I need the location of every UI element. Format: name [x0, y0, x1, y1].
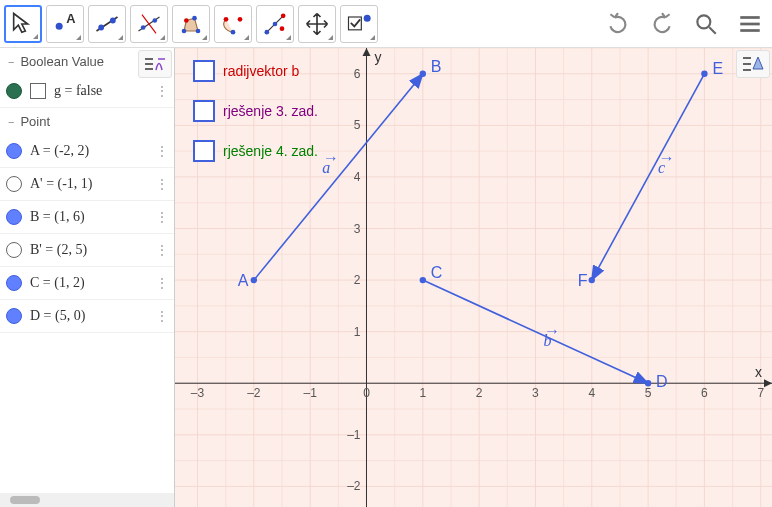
svg-point-107	[251, 277, 257, 283]
object-label: B' = (2, 5)	[30, 242, 148, 258]
alg-row-point[interactable]: B = (1, 6)⋮	[0, 201, 174, 234]
menu-dots-icon[interactable]: ⋮	[156, 276, 168, 290]
svg-point-115	[701, 71, 707, 77]
menu-dots-icon[interactable]: ⋮	[156, 84, 168, 98]
horizontal-scrollbar[interactable]	[0, 493, 174, 507]
object-label: D = (5, 0)	[30, 308, 148, 324]
svg-text:–1: –1	[347, 428, 361, 442]
tool-circle[interactable]	[214, 5, 252, 43]
svg-point-18	[265, 29, 270, 34]
checkbox-icon[interactable]	[193, 140, 215, 162]
plane-checkbox-2[interactable]: rješenje 4. zad.	[193, 140, 318, 162]
menu-dots-icon[interactable]: ⋮	[156, 243, 168, 257]
menu-dots-icon[interactable]: ⋮	[156, 177, 168, 191]
visibility-toggle[interactable]	[6, 143, 22, 159]
svg-text:6: 6	[354, 67, 361, 81]
svg-point-0	[56, 22, 63, 29]
tool-move-graphics[interactable]	[298, 5, 336, 43]
section-title: Boolean Value	[20, 54, 104, 69]
visibility-toggle[interactable]	[6, 209, 22, 225]
svg-text:D: D	[656, 373, 668, 390]
svg-text:→: →	[658, 149, 674, 166]
svg-marker-35	[753, 57, 763, 69]
visibility-toggle[interactable]	[6, 176, 22, 192]
alg-row-point[interactable]: A' = (-1, 1)⋮	[0, 168, 174, 201]
checkbox-icon[interactable]	[193, 100, 215, 122]
svg-text:y: y	[374, 49, 381, 65]
collapse-icon[interactable]: −	[8, 56, 14, 68]
svg-point-113	[645, 380, 651, 386]
svg-text:4: 4	[588, 386, 595, 400]
svg-point-111	[420, 277, 426, 283]
svg-text:3: 3	[354, 222, 361, 236]
tool-polygon[interactable]	[172, 5, 210, 43]
svg-point-14	[224, 17, 229, 22]
visibility-toggle[interactable]	[6, 308, 22, 324]
menu-icon[interactable]	[732, 6, 768, 42]
checkbox-label: rješenje 4. zad.	[223, 143, 318, 159]
visibility-toggle[interactable]	[6, 275, 22, 291]
search-icon[interactable]	[688, 6, 724, 42]
object-label: B = (1, 6)	[30, 209, 148, 225]
svg-text:1: 1	[419, 386, 426, 400]
svg-point-19	[273, 21, 278, 26]
tool-line[interactable]	[88, 5, 126, 43]
svg-text:–3: –3	[191, 386, 205, 400]
svg-text:F: F	[578, 272, 588, 289]
svg-text:A: A	[66, 10, 75, 25]
graphics-panel[interactable]: –3–2–101234567–2–1123456xya→b→c→ABCDEF r…	[175, 48, 772, 507]
visibility-toggle[interactable]	[6, 83, 22, 99]
redo-icon[interactable]	[644, 6, 680, 42]
svg-text:C: C	[431, 264, 443, 281]
svg-point-4	[110, 17, 116, 23]
svg-text:E: E	[712, 60, 723, 77]
svg-point-13	[184, 18, 189, 23]
svg-text:→: →	[543, 322, 559, 339]
svg-point-24	[697, 15, 710, 28]
svg-text:x: x	[755, 364, 762, 380]
checkbox-g[interactable]	[30, 83, 46, 99]
checkbox-icon[interactable]	[193, 60, 215, 82]
svg-point-15	[231, 29, 236, 34]
plane-checkbox-0[interactable]: radijvektor b	[193, 60, 299, 82]
tool-perp-line[interactable]	[130, 5, 168, 43]
undo-icon[interactable]	[600, 6, 636, 42]
alg-row-g[interactable]: g = false⋮	[0, 75, 174, 108]
tool-checkbox[interactable]	[340, 5, 378, 43]
svg-line-25	[709, 27, 716, 34]
svg-point-10	[182, 28, 187, 33]
svg-point-11	[196, 28, 201, 33]
plane-checkbox-1[interactable]: rješenje 3. zad.	[193, 100, 318, 122]
visibility-toggle[interactable]	[6, 242, 22, 258]
svg-text:3: 3	[532, 386, 539, 400]
object-label: C = (1, 2)	[30, 275, 148, 291]
section-point[interactable]: −Point	[0, 108, 174, 135]
tool-angle[interactable]	[256, 5, 294, 43]
alg-row-point[interactable]: A = (-2, 2)⋮	[0, 135, 174, 168]
collapse-icon[interactable]: −	[8, 116, 14, 128]
alg-row-point[interactable]: C = (1, 2)⋮	[0, 267, 174, 300]
alg-row-point[interactable]: D = (5, 0)⋮	[0, 300, 174, 333]
section-title: Point	[20, 114, 50, 129]
algebra-view-icon[interactable]	[138, 50, 172, 78]
graphics-style-icon[interactable]	[736, 50, 770, 78]
svg-text:A: A	[238, 272, 249, 289]
checkbox-label: radijvektor b	[223, 63, 299, 79]
svg-text:→: →	[322, 149, 338, 166]
svg-text:2: 2	[476, 386, 483, 400]
svg-text:5: 5	[645, 386, 652, 400]
tool-move[interactable]	[4, 5, 42, 43]
svg-point-109	[420, 71, 426, 77]
svg-text:–1: –1	[303, 386, 317, 400]
svg-text:4: 4	[354, 170, 361, 184]
tool-point[interactable]: A	[46, 5, 84, 43]
toolbar: A	[0, 0, 772, 48]
alg-row-point[interactable]: B' = (2, 5)⋮	[0, 234, 174, 267]
menu-dots-icon[interactable]: ⋮	[156, 210, 168, 224]
checkbox-label: rješenje 3. zad.	[223, 103, 318, 119]
object-label: A = (-2, 2)	[30, 143, 148, 159]
svg-point-20	[281, 13, 286, 18]
menu-dots-icon[interactable]: ⋮	[156, 309, 168, 323]
svg-point-23	[364, 14, 371, 21]
menu-dots-icon[interactable]: ⋮	[156, 144, 168, 158]
